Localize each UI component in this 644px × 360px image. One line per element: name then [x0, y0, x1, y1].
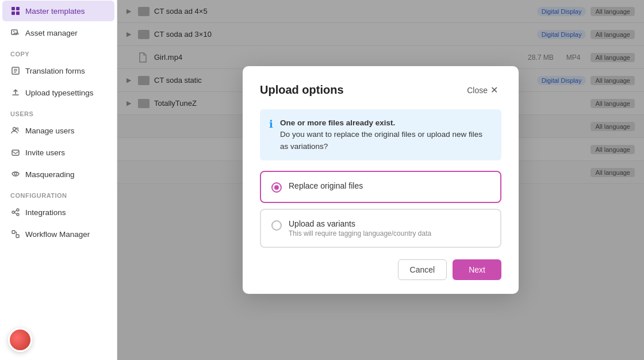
- svg-line-17: [14, 210, 17, 212]
- svg-point-14: [12, 211, 14, 213]
- user-avatar[interactable]: [8, 328, 32, 352]
- invite-users-icon: [10, 147, 21, 158]
- svg-rect-2: [12, 12, 15, 15]
- info-title: One or more files already exist.: [280, 118, 395, 127]
- modal-close-button[interactable]: Close ✕: [463, 82, 501, 98]
- svg-rect-1: [16, 7, 20, 10]
- sidebar: Master templates Asset manager Copy Tran…: [0, 0, 117, 360]
- replace-option-label: Replace original files: [289, 181, 363, 190]
- upload-variants-option[interactable]: Upload as variants This will require tag…: [260, 209, 501, 248]
- sidebar-item-masquerading[interactable]: Masquerading: [2, 164, 114, 185]
- variants-option-content: Upload as variants This will require tag…: [289, 219, 431, 238]
- close-icon: ✕: [490, 85, 498, 95]
- svg-point-13: [14, 173, 17, 175]
- radio-variants-icon: [271, 220, 282, 231]
- svg-rect-20: [16, 235, 19, 238]
- next-button[interactable]: Next: [453, 259, 501, 280]
- sidebar-item-master-templates[interactable]: Master templates: [2, 1, 114, 21]
- asset-manager-icon: [10, 28, 21, 38]
- masquerading-icon: [10, 169, 21, 179]
- replace-option-content: Replace original files: [289, 181, 363, 190]
- cancel-button[interactable]: Cancel: [398, 259, 447, 280]
- info-banner: ℹ One or more files already exist. Do yo…: [260, 109, 501, 160]
- variants-option-label: Upload as variants: [289, 219, 431, 228]
- sidebar-item-upload-typesettings[interactable]: Upload typesettings: [2, 82, 114, 103]
- info-icon: ℹ: [269, 118, 273, 152]
- sidebar-item-label: Translation forms: [25, 67, 85, 75]
- sidebar-item-label: Master templates: [25, 7, 85, 16]
- master-templates-icon: [10, 6, 21, 16]
- modal-footer: Cancel Next: [260, 259, 501, 280]
- sidebar-item-asset-manager[interactable]: Asset manager: [2, 22, 114, 43]
- upload-typesettings-icon: [10, 87, 21, 98]
- svg-point-16: [17, 213, 19, 216]
- sidebar-item-label: Upload typesettings: [25, 89, 94, 97]
- sidebar-section-copy: Copy: [0, 44, 117, 60]
- info-text: One or more files already exist. Do you …: [280, 117, 492, 152]
- sidebar-item-label: Workflow Manager: [25, 230, 90, 239]
- svg-rect-0: [12, 7, 15, 10]
- svg-rect-3: [16, 12, 20, 15]
- sidebar-item-invite-users[interactable]: Invite users: [2, 142, 114, 163]
- sidebar-item-label: Masquerading: [25, 170, 75, 179]
- close-label: Close: [467, 86, 488, 95]
- main-content: ▶ CT soda ad 4×5 Digital Display All lan…: [117, 0, 644, 360]
- sidebar-section-configuration: Configuration: [0, 185, 117, 201]
- replace-original-option[interactable]: Replace original files: [260, 171, 501, 203]
- svg-point-5: [13, 31, 14, 32]
- modal-header: Upload options Close ✕: [260, 82, 501, 98]
- sidebar-item-translation-forms[interactable]: Translation forms: [2, 60, 114, 81]
- workflow-manager-icon: [10, 229, 21, 239]
- sidebar-item-integrations[interactable]: Integrations: [2, 202, 114, 223]
- sidebar-item-workflow-manager[interactable]: Workflow Manager: [2, 224, 114, 244]
- modal-title: Upload options: [260, 83, 344, 97]
- info-body: Do you want to replace the original file…: [280, 130, 482, 150]
- manage-users-icon: [10, 125, 21, 136]
- sidebar-item-manage-users[interactable]: Manage users: [2, 120, 114, 141]
- sidebar-item-label: Asset manager: [25, 29, 78, 37]
- sidebar-item-label: Manage users: [25, 127, 75, 135]
- variants-option-sublabel: This will require tagging language/count…: [289, 229, 431, 238]
- radio-replace-icon: [271, 182, 282, 193]
- modal-overlay: Upload options Close ✕ ℹ One or more fil…: [117, 0, 644, 360]
- svg-point-11: [17, 128, 18, 129]
- integrations-icon: [10, 207, 21, 217]
- svg-rect-19: [12, 231, 15, 233]
- svg-rect-12: [12, 150, 19, 155]
- upload-options-modal: Upload options Close ✕ ℹ One or more fil…: [243, 66, 519, 294]
- svg-point-15: [17, 209, 19, 211]
- translation-forms-icon: [10, 66, 21, 76]
- svg-point-10: [13, 128, 16, 131]
- sidebar-item-label: Integrations: [25, 208, 66, 217]
- svg-line-18: [14, 213, 17, 215]
- sidebar-section-users: Users: [0, 104, 117, 120]
- sidebar-item-label: Invite users: [25, 148, 65, 157]
